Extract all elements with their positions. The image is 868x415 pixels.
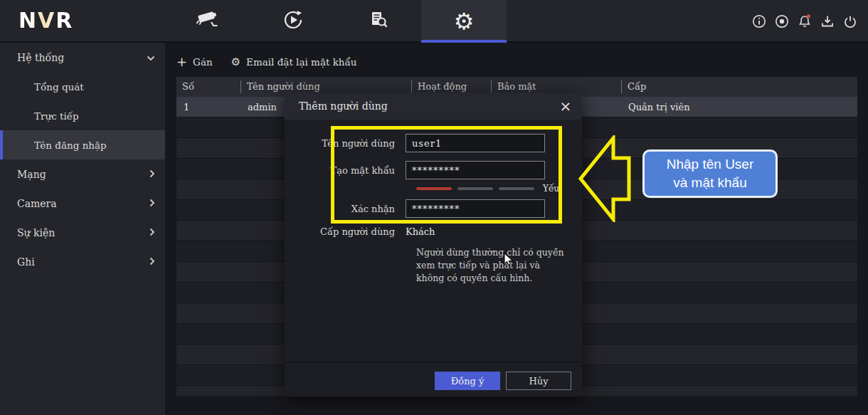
password-row: Tạo mật khẩu ********* xyxy=(285,161,545,179)
log-search-icon xyxy=(368,9,389,33)
playback-icon xyxy=(282,9,305,34)
sidebar: Hệ thống Tổng quát Trực tiếp Tên đăng nh… xyxy=(0,43,165,415)
cctv-camera-icon xyxy=(196,9,220,33)
dialog-footer: Đồng ý Hủy xyxy=(285,362,582,396)
tab-live-view[interactable] xyxy=(165,0,250,43)
strength-label: Yếu xyxy=(543,184,559,194)
strength-segment-medium xyxy=(457,187,493,190)
user-level-row: Cấp người dùng Khách xyxy=(285,226,435,237)
nvr-logo: NVR xyxy=(18,8,73,33)
col-hoat-dong: Hoạt động xyxy=(411,80,491,93)
col-cap: Cấp xyxy=(621,80,857,93)
confirm-row: Xác nhận ********* xyxy=(285,199,545,218)
add-user-dialog: Thêm người dùng × Tên người dùng user1 T… xyxy=(285,93,582,396)
user-level-description: Người dùng thường chỉ có quyền xem trực … xyxy=(416,246,566,285)
sidebar-item-su-kien[interactable]: Sự kiện xyxy=(0,218,165,247)
username-label: Tên người dùng xyxy=(285,138,406,149)
instruction-callout: Nhập tên User và mật khẩu xyxy=(642,149,778,198)
main-nav: ⚙ xyxy=(165,0,507,43)
ok-button[interactable]: Đồng ý xyxy=(435,372,500,390)
tab-settings[interactable]: ⚙ xyxy=(421,0,507,43)
confirm-password-input[interactable]: ********* xyxy=(406,199,545,218)
top-bar: NVR xyxy=(0,0,868,43)
user-toolbar: + Gán ⚙ Email đặt lại mật khẩu xyxy=(176,51,357,73)
record-status-icon[interactable] xyxy=(774,14,790,29)
chevron-right-icon xyxy=(149,256,155,268)
strength-segment-weak xyxy=(416,187,452,190)
gear-icon: ⚙ xyxy=(231,57,240,68)
strength-segment-strong xyxy=(499,187,534,190)
sidebar-item-mang[interactable]: Mạng xyxy=(0,159,165,189)
mouse-cursor-icon xyxy=(504,253,514,266)
yellow-arrow-left-icon xyxy=(578,135,632,222)
sidebar-item-camera[interactable]: Camera xyxy=(0,189,165,218)
chevron-right-icon xyxy=(149,169,155,180)
plus-icon: + xyxy=(176,56,187,68)
info-icon[interactable] xyxy=(751,14,767,29)
password-label: Tạo mật khẩu xyxy=(285,165,406,176)
power-icon[interactable] xyxy=(842,14,858,29)
tab-playback[interactable] xyxy=(250,0,336,43)
close-icon[interactable]: × xyxy=(556,97,575,115)
settings-gear-icon: ⚙ xyxy=(454,10,475,33)
add-user-button[interactable]: + Gán xyxy=(176,56,213,68)
tab-log-search[interactable] xyxy=(336,0,421,43)
email-reset-password-button[interactable]: ⚙ Email đặt lại mật khẩu xyxy=(231,56,357,68)
col-bao-mat: Bảo mật xyxy=(491,80,621,93)
sidebar-item-ten-dang-nhap[interactable]: Tên đăng nhập xyxy=(0,130,165,159)
username-input[interactable]: user1 xyxy=(406,134,545,152)
alarm-bell-icon[interactable] xyxy=(797,14,813,29)
cancel-button[interactable]: Hủy xyxy=(506,372,571,390)
topbar-right-icons xyxy=(751,0,858,43)
confirm-label: Xác nhận xyxy=(285,204,406,214)
user-level-value[interactable]: Khách xyxy=(406,226,435,237)
password-strength-meter: Yếu xyxy=(416,184,559,194)
col-so: Số xyxy=(176,80,240,93)
dialog-title: Thêm người dùng xyxy=(285,93,582,120)
chevron-down-icon xyxy=(147,52,155,63)
nvr-screen: NVR xyxy=(0,0,868,415)
chevron-right-icon xyxy=(149,198,155,209)
user-level-label: Cấp người dùng xyxy=(285,226,406,237)
col-ten-nguoi-dung: Tên người dùng xyxy=(240,80,411,93)
sidebar-item-he-thong[interactable]: Hệ thống xyxy=(0,43,165,72)
backup-download-icon[interactable] xyxy=(820,14,835,29)
password-input[interactable]: ********* xyxy=(406,161,545,179)
sidebar-item-tong-quat[interactable]: Tổng quát xyxy=(0,72,165,101)
sidebar-item-truc-tiep[interactable]: Trực tiếp xyxy=(0,101,165,130)
username-row: Tên người dùng user1 xyxy=(285,134,545,152)
sidebar-item-ghi[interactable]: Ghi xyxy=(0,247,165,276)
chevron-right-icon xyxy=(149,227,155,238)
